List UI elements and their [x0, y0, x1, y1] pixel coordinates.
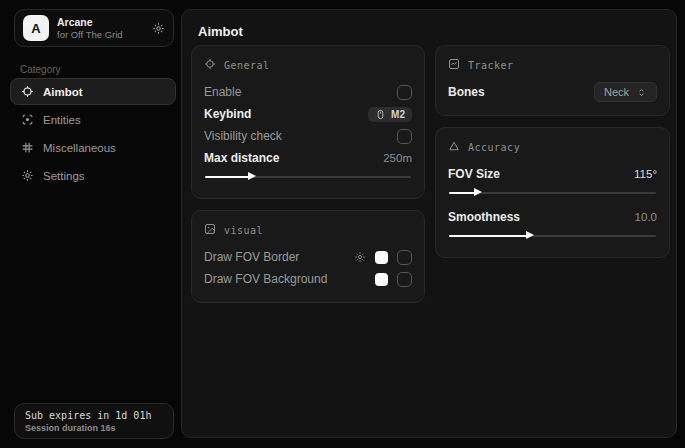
- draw-fov-background-checkbox[interactable]: [397, 272, 412, 287]
- sidebar-item-label: Aimbot: [43, 86, 83, 98]
- visual-card: visual Draw FOV Border: [191, 210, 425, 303]
- subscription-info: Sub expires in 1d 01h Session duration 1…: [14, 403, 174, 439]
- keybind-row: Keybind M2: [204, 103, 412, 125]
- fov-background-color-swatch[interactable]: [375, 273, 388, 286]
- visibility-check-checkbox[interactable]: [397, 129, 412, 144]
- fov-border-color-swatch[interactable]: [375, 251, 388, 264]
- smoothness-label: Smoothness: [448, 210, 520, 224]
- session-duration-text: Session duration 16s: [25, 423, 163, 433]
- app-subtitle: for Off The Grid: [57, 29, 144, 41]
- page-title: Aimbot: [198, 24, 243, 39]
- sidebar-item-label: Settings: [43, 170, 85, 182]
- smoothness-value: 10.0: [635, 211, 657, 223]
- gear-icon: [21, 169, 34, 182]
- sidebar-item-entities[interactable]: Entities: [10, 106, 176, 133]
- slider-thumb[interactable]: [248, 172, 256, 180]
- left-column: General Enable Keybind M2: [191, 45, 425, 314]
- gear-icon[interactable]: [152, 22, 165, 35]
- sidebar-menu: Aimbot Entities Miscellaneous: [10, 78, 176, 190]
- app-header: A Arcane for Off The Grid: [14, 9, 174, 47]
- keybind-value: M2: [391, 109, 405, 120]
- gear-icon[interactable]: [354, 251, 366, 263]
- sidebar-item-label: Entities: [43, 114, 81, 126]
- sidebar: A Arcane for Off The Grid Category: [8, 8, 176, 440]
- app-name: Arcane: [57, 16, 144, 29]
- sidebar-item-label: Miscellaneous: [43, 142, 116, 154]
- category-label: Category: [20, 64, 61, 75]
- bones-value: Neck: [604, 86, 629, 98]
- draw-fov-border-row: Draw FOV Border: [204, 246, 412, 268]
- sidebar-item-settings[interactable]: Settings: [10, 162, 176, 189]
- main-panel: Aimbot General Enable: [181, 9, 677, 438]
- draw-fov-background-row: Draw FOV Background: [204, 268, 412, 290]
- sub-expires-text: Sub expires in 1d 01h: [25, 410, 163, 421]
- entities-icon: [21, 113, 34, 126]
- visibility-check-row: Visibility check: [204, 125, 412, 147]
- visibility-check-label: Visibility check: [204, 129, 282, 143]
- keybind-button[interactable]: M2: [368, 107, 412, 122]
- slider-thumb[interactable]: [474, 188, 482, 196]
- fov-size-row: FOV Size 115°: [448, 163, 657, 185]
- bones-row: Bones Neck: [448, 81, 657, 103]
- slider-thumb[interactable]: [526, 231, 534, 239]
- image-icon: [204, 221, 216, 239]
- sidebar-item-aimbot[interactable]: Aimbot: [10, 78, 176, 105]
- enable-row: Enable: [204, 81, 412, 103]
- chevrons-up-down-icon: [636, 87, 647, 98]
- right-column: Tracker Bones Neck: [435, 45, 670, 269]
- draw-fov-border-checkbox[interactable]: [397, 250, 412, 265]
- crosshair-icon: [21, 85, 34, 98]
- enable-checkbox[interactable]: [397, 85, 412, 100]
- bones-label: Bones: [448, 85, 485, 99]
- card-header-label: visual: [224, 225, 263, 236]
- triangle-icon: [448, 138, 460, 156]
- fov-size-slider[interactable]: [449, 188, 656, 197]
- max-distance-value: 250m: [383, 152, 412, 164]
- general-card: General Enable Keybind M2: [191, 45, 425, 199]
- draw-fov-background-label: Draw FOV Background: [204, 272, 327, 286]
- accuracy-card: Accuracy FOV Size 115° Smoothness 10.0: [435, 127, 670, 258]
- card-header-label: Accuracy: [468, 142, 520, 153]
- enable-label: Enable: [204, 85, 241, 99]
- max-distance-row: Max distance 250m: [204, 147, 412, 169]
- crosshair-icon: [204, 56, 216, 74]
- max-distance-label: Max distance: [204, 151, 279, 165]
- sidebar-item-miscellaneous[interactable]: Miscellaneous: [10, 134, 176, 161]
- mouse-icon: [375, 109, 386, 120]
- keybind-label: Keybind: [204, 107, 251, 121]
- fov-size-value: 115°: [634, 168, 657, 180]
- bones-select[interactable]: Neck: [594, 82, 657, 102]
- fov-size-label: FOV Size: [448, 167, 500, 181]
- card-header-label: General: [224, 60, 270, 71]
- card-header-label: Tracker: [468, 60, 514, 71]
- draw-fov-border-label: Draw FOV Border: [204, 250, 299, 264]
- app-window: A Arcane for Off The Grid Category: [0, 0, 685, 448]
- smoothness-slider[interactable]: [449, 231, 656, 240]
- tracker-card: Tracker Bones Neck: [435, 45, 670, 116]
- app-logo: A: [23, 15, 49, 41]
- smoothness-row: Smoothness 10.0: [448, 206, 657, 228]
- grid-icon: [21, 141, 34, 154]
- tracker-icon: [448, 56, 460, 74]
- max-distance-slider[interactable]: [205, 172, 411, 181]
